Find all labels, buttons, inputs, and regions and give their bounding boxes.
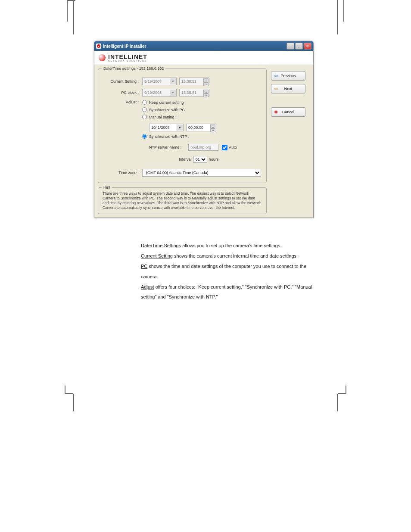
- svg-point-0: [97, 44, 100, 48]
- hint-legend: Hint: [102, 185, 112, 190]
- datetime-fieldset: Date/Time settings - 192.168.0.102 Curre…: [98, 68, 267, 183]
- arrow-right-icon: ⇨: [274, 86, 278, 92]
- auto-checkbox[interactable]: Auto: [222, 145, 237, 150]
- previous-button[interactable]: ⇦ Previous: [271, 71, 305, 81]
- logo-subtext: NETWORK SOLUTIONS: [108, 59, 147, 62]
- close-button[interactable]: ✕: [304, 43, 311, 50]
- radio-ntp-input[interactable]: [142, 134, 147, 139]
- app-icon: [96, 44, 101, 49]
- radio-syncpc-input[interactable]: [142, 107, 147, 112]
- titlebar: Intelligent IP Installer _ □ ✕: [94, 41, 313, 51]
- minimize-button[interactable]: _: [286, 43, 294, 50]
- window-title: Intelligent IP Installer: [103, 44, 146, 49]
- pc-time-input: 15:38:51 ▴▾: [179, 89, 209, 96]
- arrow-left-icon: ⇦: [274, 73, 278, 79]
- adjust-label: Adjust :: [103, 100, 142, 104]
- cancel-icon: ✖: [274, 109, 278, 115]
- maximize-button[interactable]: □: [295, 43, 303, 50]
- pc-clock-label: PC clock :: [103, 90, 142, 95]
- logo-icon: [99, 54, 106, 61]
- current-time-input: 15:38:51 ▴▾: [179, 78, 209, 85]
- manual-time-input[interactable]: 00:00:00 ▴▾: [186, 124, 216, 131]
- next-button[interactable]: ⇨ Next: [271, 84, 305, 93]
- current-setting-label: Current Setting :: [103, 79, 142, 84]
- dropdown-icon: ▾: [170, 78, 176, 84]
- page-body-text: Date/Time Settings allows you to set up …: [75, 241, 330, 303]
- fieldset-legend: Date/Time settings - 192.168.0.102: [102, 66, 165, 71]
- dropdown-icon[interactable]: ▾: [177, 124, 183, 131]
- interval-unit: hours.: [209, 157, 220, 162]
- radio-keep-input[interactable]: [142, 100, 147, 105]
- timezone-label: Time zone :: [103, 171, 142, 175]
- dropdown-icon: ▾: [170, 90, 176, 96]
- radio-sync-pc[interactable]: Synchronize with PC: [142, 107, 237, 112]
- interval-select[interactable]: 01: [193, 156, 207, 163]
- cancel-button[interactable]: ✖ Cancel: [271, 107, 305, 117]
- hint-fieldset: Hint There are three ways to adjust syst…: [98, 187, 267, 214]
- radio-manual-input[interactable]: [142, 115, 147, 119]
- pc-date-input: 9/19/2008 ▾: [142, 89, 177, 96]
- installer-window: Intelligent IP Installer _ □ ✕ INTELLINE…: [94, 41, 314, 218]
- ntp-server-input[interactable]: [188, 144, 218, 151]
- radio-sync-ntp[interactable]: Synchronize with NTP :: [142, 134, 237, 139]
- timezone-select[interactable]: (GMT-04:00) Atlantic Time (Canada): [142, 169, 261, 177]
- hint-text: There are three ways to adjust system da…: [103, 191, 262, 210]
- auto-checkbox-input[interactable]: [222, 145, 227, 150]
- radio-manual[interactable]: Manual setting :: [142, 115, 237, 119]
- ntp-server-label: NTP server name :: [149, 145, 181, 149]
- radio-keep-current[interactable]: Keep current setting: [142, 100, 237, 105]
- current-date-input: 9/19/2008 ▾: [142, 78, 177, 85]
- manual-date-input[interactable]: 10/ 1/2008 ▾: [149, 124, 184, 131]
- interval-label: Interval: [179, 157, 192, 162]
- logo-area: INTELLINET NETWORK SOLUTIONS: [94, 51, 313, 65]
